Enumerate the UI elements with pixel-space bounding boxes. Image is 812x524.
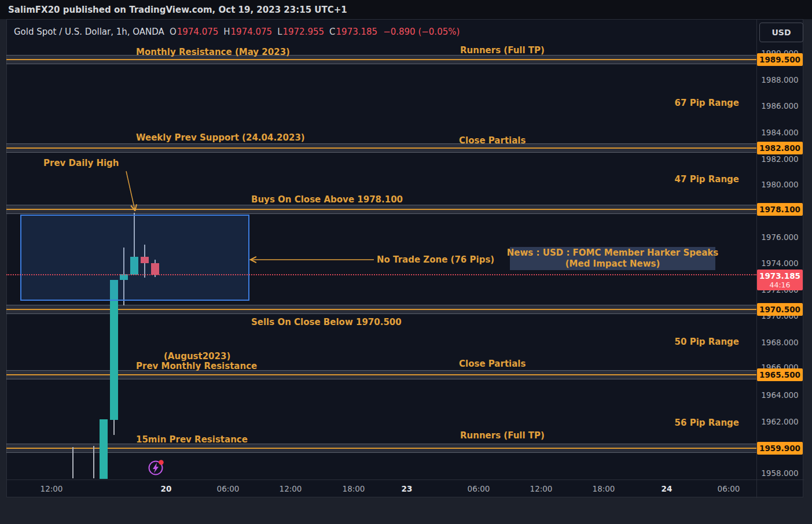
last-price-value: 1973.185 bbox=[759, 271, 800, 281]
layer-time-axis[interactable]: 12:002006:0012:0018:002306:0012:0018:002… bbox=[0, 0, 812, 524]
time-tick: 18:00 bbox=[593, 484, 615, 493]
currency-button[interactable]: USD bbox=[759, 23, 803, 42]
time-tick: 12:00 bbox=[41, 484, 63, 493]
time-tick: 23 bbox=[402, 484, 413, 493]
time-tick: 18:00 bbox=[343, 484, 365, 493]
time-tick: 12:00 bbox=[280, 484, 302, 493]
time-tick: 06:00 bbox=[468, 484, 490, 493]
last-price-label: 1973.185 44:16 bbox=[757, 270, 803, 290]
time-tick: 24 bbox=[662, 484, 673, 493]
time-tick: 06:00 bbox=[217, 484, 240, 493]
screen: SalimFX20 published on TradingView.com, … bbox=[0, 0, 812, 524]
footer-bar: TradingView bbox=[0, 498, 812, 524]
time-tick: 20 bbox=[161, 484, 172, 493]
time-tick: 12:00 bbox=[530, 484, 553, 493]
candle-countdown: 44:16 bbox=[769, 281, 790, 289]
time-tick: 06:00 bbox=[718, 484, 740, 493]
